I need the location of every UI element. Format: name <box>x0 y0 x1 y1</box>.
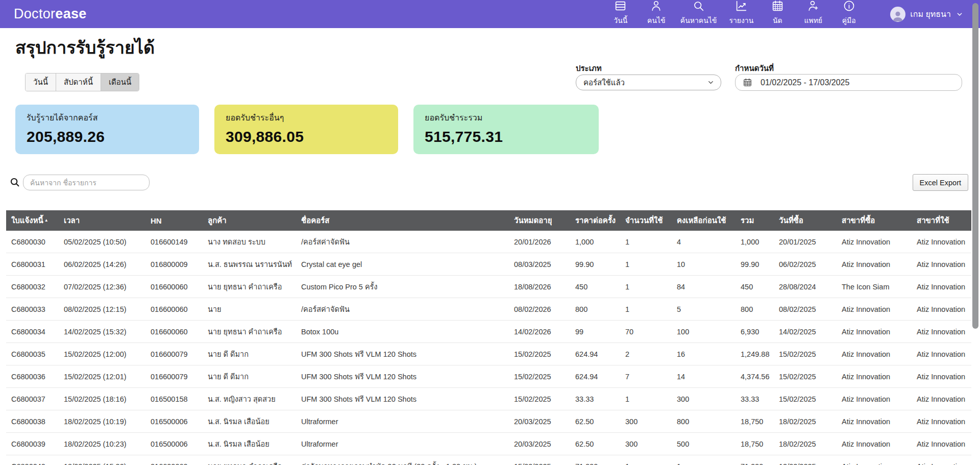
nav-item-patients[interactable]: คนไข้ <box>645 0 668 26</box>
user-menu[interactable]: เกม ยุทธนา <box>890 7 964 22</box>
card-value-total-payments: 515,775.31 <box>425 128 587 145</box>
col-header-purchase-date[interactable]: วันที่ซื้อ <box>774 210 837 231</box>
summary-card: ยอดรับชำระรวม 515,775.31 <box>413 105 599 154</box>
nav-item-reports[interactable]: รายงาน <box>729 0 753 26</box>
table-cell: 016500158 <box>145 388 203 410</box>
doctor-icon <box>807 0 820 14</box>
table-cell: C6800040 <box>6 455 59 465</box>
date-filter-label: กำหนดวันที่ <box>735 62 774 75</box>
table-cell: Ultraformer <box>296 433 509 455</box>
revenue-table: ใบแจ้งหนี้▲ เวลา HN ลูกค้า ชื่อคอร์ส วัน… <box>6 210 971 465</box>
table-cell: C6800034 <box>6 321 59 343</box>
table-cell: 1 <box>620 276 672 298</box>
col-header-time[interactable]: เวลา <box>59 210 145 231</box>
col-header-branch-used[interactable]: สาขาที่ใช้ <box>912 210 971 231</box>
top-nav-bar: Doctorease วันนี้ คนไข้ ค้นหาคนไข้ รายงา… <box>0 0 980 28</box>
nav-label: ค้นหาคนไข้ <box>680 15 717 26</box>
table-row: C680003414/02/2025 (15:32)016600060นาย ย… <box>6 321 971 343</box>
table-row: C680003615/02/2025 (12:01)016600079นาย ด… <box>6 365 971 388</box>
table-cell: 18/02/2025 <box>774 410 837 433</box>
table-cell: 62.50 <box>570 433 620 455</box>
table-cell: 5 <box>672 298 736 321</box>
col-header-course-name[interactable]: ชื่อคอร์ส <box>296 210 509 231</box>
table-cell: UFM 300 Shots ฟรี VLM 120 Shots <box>296 343 509 365</box>
table-cell: C6800033 <box>6 298 59 321</box>
table-cell: 016600060 <box>145 321 203 343</box>
table-cell: 16 <box>672 343 736 365</box>
summary-card: รับรู้รายได้จากคอร์ส 205,889.26 <box>15 105 199 154</box>
table-cell: 18/02/2025 (10:23) <box>59 433 145 455</box>
table-cell: น.ส. หญิงสาว สุดสวย <box>203 388 296 410</box>
col-header-invoice[interactable]: ใบแจ้งหนี้▲ <box>6 210 59 231</box>
info-icon <box>843 0 855 14</box>
card-label-total-payments: ยอดรับชำระรวม <box>425 111 587 124</box>
logo-text-doctor: Doctor <box>14 6 55 21</box>
table-cell: 06/02/2025 (14:26) <box>59 253 145 276</box>
table-cell: 14/02/2026 <box>509 321 570 343</box>
range-tabs: วันนี้ สัปดาห์นี้ เดือนนี้ <box>25 73 139 91</box>
nav-item-doctors[interactable]: แพทย์ <box>801 0 825 26</box>
table-cell: นาย ยุทธนา คำถาเครือ <box>203 321 296 343</box>
card-value-other-payments: 309,886.05 <box>226 128 387 145</box>
table-cell: Atiz Innovation <box>912 298 971 321</box>
range-tab-this-month[interactable]: เดือนนี้ <box>101 74 139 91</box>
table-cell: 300 <box>672 388 736 410</box>
table-cell: 2 <box>620 343 672 365</box>
table-cell: นาย ดี ดีมาก <box>203 365 296 388</box>
table-cell: 500 <box>672 433 736 455</box>
search-input[interactable] <box>23 175 150 190</box>
search-icon <box>692 0 705 14</box>
table-cell: UFM 300 Shots ฟรี VLM 120 Shots <box>296 365 509 388</box>
col-header-expiry-date[interactable]: วันหมดอายุ <box>509 210 570 231</box>
table-cell: 6,930 <box>736 321 774 343</box>
patient-icon <box>650 0 663 14</box>
table-cell: 450 <box>736 276 774 298</box>
col-header-total[interactable]: รวม <box>736 210 774 231</box>
col-header-branch-bought[interactable]: สาขาที่ซื้อ <box>837 210 912 231</box>
table-cell: 800 <box>570 298 620 321</box>
excel-export-button[interactable]: Excel Export <box>913 174 968 191</box>
card-label-course-revenue: รับรู้รายได้จากคอร์ส <box>27 111 188 124</box>
nav-label: รายงาน <box>729 15 753 26</box>
report-chart-icon <box>735 0 748 14</box>
table-cell: C6800030 <box>6 231 59 253</box>
sort-asc-icon: ▲ <box>44 218 48 223</box>
table-cell: C6800038 <box>6 410 59 433</box>
date-range-input[interactable]: 01/02/2025 - 17/03/2025 <box>735 74 962 91</box>
table-cell: 1 <box>620 298 672 321</box>
table-cell: 18,750 <box>736 410 774 433</box>
table-cell: Atiz Innovation <box>837 343 912 365</box>
col-header-qty-used[interactable]: จำนวนที่ใช้ <box>620 210 672 231</box>
col-header-hn[interactable]: HN <box>145 210 203 231</box>
nav-label: คู่มือ <box>842 15 856 26</box>
col-header-price-per-time[interactable]: ราคาต่อครั้ง <box>570 210 620 231</box>
table-cell: C6800039 <box>6 433 59 455</box>
app-logo[interactable]: Doctorease <box>14 6 87 22</box>
range-tab-today[interactable]: วันนี้ <box>26 74 56 91</box>
table-cell: Atiz Innovation <box>837 455 912 465</box>
table-cell: 62.50 <box>570 410 620 433</box>
table-cell: 1 <box>620 231 672 253</box>
type-select[interactable]: คอร์สใช้แล้ว <box>576 75 721 90</box>
nav-item-appointments[interactable]: นัด <box>766 0 789 26</box>
table-cell: 100 <box>672 321 736 343</box>
nav-item-today[interactable]: วันนี้ <box>609 0 632 26</box>
table-cell: 016500006 <box>145 410 203 433</box>
table-cell: Atiz Innovation <box>912 410 971 433</box>
table-cell: นาย ยุทธนา คำถาเครือ <box>203 455 296 465</box>
col-header-remaining-before-use[interactable]: คงเหลือก่อนใช้ <box>672 210 736 231</box>
table-cell: Atiz Innovation <box>837 433 912 455</box>
range-tab-this-week[interactable]: สัปดาห์นี้ <box>56 74 101 91</box>
table-cell: 1 <box>620 253 672 276</box>
rows-icon <box>614 0 627 14</box>
nav-item-search-patient[interactable]: ค้นหาคนไข้ <box>680 0 717 26</box>
nav-label: วันนี้ <box>614 15 627 26</box>
table-cell: 20/01/2026 <box>509 231 570 253</box>
calendar-icon <box>771 0 784 14</box>
col-header-customer[interactable]: ลูกค้า <box>203 210 296 231</box>
table-cell: 08/02/2026 <box>509 298 570 321</box>
nav-item-manual[interactable]: คู่มือ <box>837 0 861 26</box>
table-cell: Atiz Innovation <box>837 321 912 343</box>
vertical-scrollbar[interactable] <box>972 3 978 329</box>
table-cell: 4,374.56 <box>736 365 774 388</box>
